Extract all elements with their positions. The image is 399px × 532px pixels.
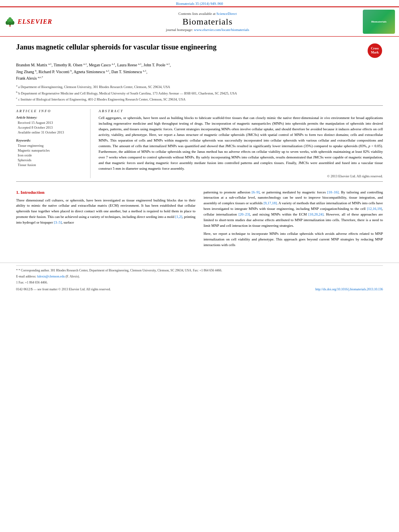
elsevier-tree-icon	[4, 13, 16, 31]
keyword-5: Tissue fusion	[16, 163, 84, 167]
affiliation-a: a a Department of Bioengineering, Clemso…	[16, 84, 383, 90]
citation-text: Biomaterials 35 (2014) 949–960	[176, 2, 223, 6]
keywords-title: Keywords:	[16, 138, 84, 142]
ref-10-16[interactable]: [10–16]	[327, 190, 339, 194]
main-content: Janus magnetic cellular spheroids for va…	[0, 37, 399, 257]
svg-text:Mark: Mark	[371, 51, 379, 54]
contents-available: Contents lists available at ScienceDirec…	[52, 12, 363, 16]
ref-9-17-18[interactable]: [9,17,18]	[263, 201, 277, 205]
intro-right-text-2: Here, we report a technique to incorpora…	[204, 231, 383, 248]
intro-right-column: patterning to promote adhesion [6–9], or…	[204, 190, 383, 251]
intro-right-text: patterning to promote adhesion [6–9], or…	[204, 190, 383, 229]
affiliation-b: b b Department of Regenerative Medicine …	[16, 90, 383, 96]
two-column-section: ARTICLE INFO Article history: Received 1…	[16, 109, 383, 178]
sciencedirect-link[interactable]: ScienceDirect	[216, 12, 237, 16]
email-note: E-mail address: falexis@clemson.edu (F. …	[16, 274, 383, 279]
affiliation-c: c c Institute of Biological Interfaces o…	[16, 97, 383, 102]
journal-homepage: journal homepage: www.elsevier.com/locat…	[52, 28, 363, 32]
ref-10-20-24[interactable]: [10,20,24]	[309, 212, 324, 216]
footer-section: * * Corresponding author. 301 Rhodes Res…	[0, 263, 399, 291]
author-john: John T. Poole a,1,	[144, 63, 171, 67]
ref-1-2[interactable]: [1,2]	[175, 215, 182, 219]
author-jing: Jing Zhang b,	[16, 70, 39, 74]
citation-bar: Biomaterials 35 (2014) 949–960	[0, 0, 399, 6]
article-title: Janus magnetic cellular spheroids for va…	[16, 43, 363, 52]
homepage-link[interactable]: www.elsevier.com/locate/biomaterials	[194, 28, 249, 32]
article-info-title: ARTICLE INFO	[16, 109, 84, 113]
abstract-text: Cell aggregates, or spheroids, have been…	[99, 115, 383, 171]
fax-note: 1 Fax: +1 864 656 4466.	[16, 280, 383, 285]
ref-3-5[interactable]: [3–5]	[54, 220, 62, 224]
journal-header: ELSEVIER Contents lists available at Sci…	[0, 6, 399, 37]
available-date: Available online 31 October 2013	[16, 130, 84, 134]
section-divider	[16, 105, 383, 106]
footer-bottom: 0142-9612/$ — see front matter © 2013 El…	[16, 288, 383, 291]
keyword-2: Magnetic nanoparticles	[16, 148, 84, 152]
author-richard: Richard P. Visconti b,	[39, 70, 74, 74]
intro-left-text: Three dimensional cell cultures, or sphe…	[16, 198, 195, 226]
author-timothy: Timothy R. Olsen a,1,	[53, 63, 88, 67]
ref-6-9[interactable]: [6–9]	[252, 190, 260, 194]
author-frank: Frank Alexis a,c,*	[16, 76, 43, 80]
doi-link[interactable]: http://dx.doi.org/10.1016/j.biomaterials…	[315, 288, 383, 291]
elsevier-logo: ELSEVIER	[4, 13, 52, 31]
abstract-title: ABSTRACT	[99, 109, 383, 113]
svg-text:Cross: Cross	[371, 47, 378, 50]
history-label: Article history:	[16, 115, 84, 119]
accepted-date: Accepted 8 October 2013	[16, 125, 84, 129]
article-info-panel: ARTICLE INFO Article history: Received 1…	[16, 109, 90, 178]
introduction-section: 1. Introduction Three dimensional cell c…	[16, 190, 383, 251]
keyword-3: Iron oxide	[16, 153, 84, 157]
author-dan: Dan T. Simionescu a,1,	[111, 70, 147, 74]
elsevier-logo-section: ELSEVIER	[4, 13, 52, 31]
received-date: Received 15 August 2013	[16, 121, 84, 125]
ref-20-23[interactable]: [20–23]	[239, 212, 250, 216]
journal-name-section: Contents lists available at ScienceDirec…	[52, 12, 363, 32]
author-laura: Laura Reese a,1,	[117, 63, 144, 67]
author-brandon: Brandon M. Mattix a,1,	[16, 63, 53, 67]
intro-section-title: 1. Introduction	[16, 190, 195, 195]
svg-point-6	[8, 17, 12, 21]
email-link[interactable]: falexis@clemson.edu	[37, 275, 65, 278]
corresponding-author-note: * * Corresponding author. 301 Rhodes Res…	[16, 268, 383, 273]
copyright: © 2013 Elsevier Ltd. All rights reserved…	[99, 174, 383, 178]
abstract-section: ABSTRACT Cell aggregates, or spheroids, …	[99, 109, 383, 178]
journal-thumbnail: Biomaterials	[363, 10, 395, 34]
ref-12-16-19[interactable]: [12,16,19]	[367, 207, 382, 211]
journal-title: Biomaterials	[52, 16, 363, 27]
keyword-1: Tissue engineering	[16, 144, 84, 148]
issn-text: 0142-9612/$ — see front matter © 2013 El…	[16, 288, 111, 291]
article-title-section: Janus magnetic cellular spheroids for va…	[16, 43, 383, 59]
author-megan: Megan Casco a,1,	[89, 63, 117, 67]
elsevier-wordmark: ELSEVIER	[18, 18, 52, 25]
author-agneta: Agneta Simionescu a,1,	[74, 70, 111, 74]
keyword-4: Spheroids	[16, 158, 84, 162]
section-divider-2	[16, 181, 383, 182]
authors: Brandon M. Mattix a,1, Timothy R. Olsen …	[16, 62, 383, 82]
keywords-section: Keywords: Tissue engineering Magnetic na…	[16, 138, 84, 167]
crossmark-badge: Cross Mark	[367, 43, 383, 59]
intro-left-column: 1. Introduction Three dimensional cell c…	[16, 190, 195, 251]
